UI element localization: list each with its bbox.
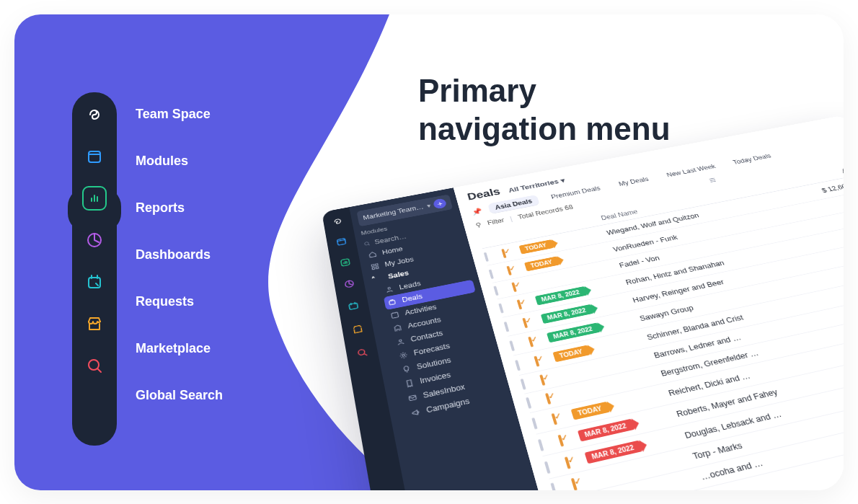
list-settings-icon[interactable]: ≡ <box>707 175 718 186</box>
sidebar-item-label: Home <box>381 245 404 256</box>
nav-label-dashboards[interactable]: Dashboards <box>136 247 223 262</box>
requests-icon[interactable] <box>82 270 107 294</box>
svg-point-16 <box>399 340 402 342</box>
svg-rect-10 <box>376 264 379 266</box>
preview-dashboards-icon[interactable] <box>342 278 356 292</box>
row-checkbox[interactable] <box>489 269 494 278</box>
ribbon-today: TODAY <box>552 345 591 363</box>
app-preview: Marketing Team… ▾ + Modules Search… Home… <box>322 115 844 490</box>
filter-icon[interactable]: ⚲ <box>475 221 482 229</box>
ribbon-today: TODAY <box>524 256 560 271</box>
filter-label[interactable]: Filter <box>487 217 505 227</box>
svg-rect-9 <box>371 265 374 267</box>
svg-point-8 <box>364 242 368 245</box>
global-search-icon[interactable] <box>82 353 107 378</box>
ribbon-today: TODAY <box>519 239 554 254</box>
svg-point-17 <box>402 354 405 356</box>
preview-modules-icon[interactable] <box>335 236 348 249</box>
page-title: Primary navigation menu <box>418 72 671 149</box>
nav-label-teamspace[interactable]: Team Space <box>136 107 223 122</box>
reports-icon[interactable] <box>82 186 107 211</box>
nav-label-modules[interactable]: Modules <box>136 154 223 169</box>
row-checkbox[interactable] <box>526 397 531 409</box>
row-checkbox[interactable] <box>498 303 504 313</box>
headline-line1: Primary <box>418 72 671 110</box>
add-button[interactable]: + <box>433 198 447 210</box>
preview-logo-icon <box>331 216 344 229</box>
sidebar-item-label: Deals <box>401 293 423 304</box>
sidebar-item-label: Sales <box>387 269 409 280</box>
primary-nav-rail <box>72 92 117 446</box>
row-checkbox[interactable] <box>531 417 537 430</box>
svg-point-7 <box>358 349 365 355</box>
primary-nav-labels: Team Space Modules Reports Dashboards Re… <box>136 107 223 403</box>
row-checkbox[interactable] <box>544 461 551 474</box>
preview-reports-icon[interactable] <box>339 257 353 270</box>
ribbon-today: TODAY <box>571 402 611 420</box>
row-checkbox[interactable] <box>538 438 544 451</box>
deal-rows: TODAY Wiegand, Wolf and Quitzon $ 12,60,… <box>482 173 844 490</box>
svg-rect-1 <box>89 278 100 288</box>
svg-rect-14 <box>389 300 396 305</box>
preview-requests-icon[interactable] <box>347 300 361 314</box>
svg-point-13 <box>388 287 391 289</box>
svg-rect-3 <box>337 238 346 245</box>
preview-search-icon[interactable] <box>355 346 369 361</box>
marketplace-icon[interactable] <box>82 311 107 336</box>
row-checkbox[interactable] <box>493 286 498 296</box>
module-title: Deals <box>466 186 501 203</box>
nav-label-reports[interactable]: Reports <box>136 200 223 216</box>
row-checkbox[interactable] <box>521 379 526 390</box>
row-checkbox[interactable] <box>515 360 521 371</box>
nav-label-search[interactable]: Global Search <box>136 388 223 403</box>
dashboards-icon[interactable] <box>82 228 107 252</box>
team-name: Marketing Team… <box>363 203 425 221</box>
teamspace-icon[interactable] <box>82 102 107 127</box>
svg-rect-6 <box>349 303 358 309</box>
svg-rect-15 <box>392 312 399 318</box>
row-checkbox[interactable] <box>550 482 557 490</box>
headline-line2: navigation menu <box>418 110 671 149</box>
row-checkbox[interactable] <box>504 322 510 332</box>
row-checkbox[interactable] <box>509 340 515 351</box>
modules-icon[interactable] <box>82 144 107 169</box>
sidebar-item-label: Leads <box>399 280 422 291</box>
nav-label-requests[interactable]: Requests <box>136 294 223 309</box>
pin-icon[interactable]: 📌 <box>471 207 482 216</box>
svg-rect-11 <box>372 268 375 270</box>
svg-rect-12 <box>376 267 379 269</box>
row-checkbox[interactable] <box>484 252 489 261</box>
nav-label-marketplace[interactable]: Marketplace <box>136 341 223 356</box>
preview-marketplace-icon[interactable] <box>350 323 365 337</box>
